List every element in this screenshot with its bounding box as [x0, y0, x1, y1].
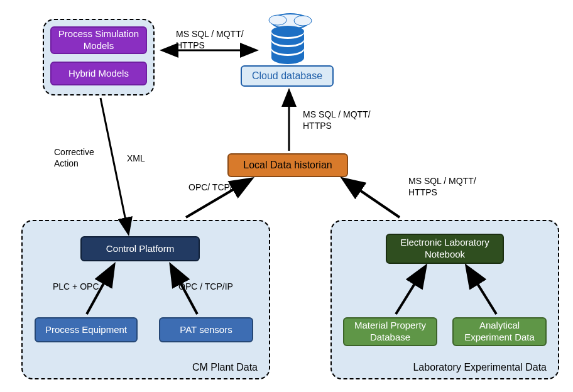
process-simulation-models-node: Process Simulation Models	[50, 26, 147, 54]
eln-node: Electronic Laboratory Notebook	[386, 234, 504, 264]
local-data-historian-label: Local Data historian	[243, 159, 332, 172]
cloud-database-node: Cloud database	[241, 65, 334, 87]
edge-label-cm-to-historian: OPC/ TCP/IP	[188, 182, 241, 193]
edge-label-historian-to-cloud: MS SQL / MQTT/ HTTPS	[303, 109, 372, 131]
svg-point-1	[269, 15, 286, 25]
edge-label-pat-to-control: OPC / TCP/IP	[178, 281, 233, 293]
local-data-historian-node: Local Data historian	[227, 153, 348, 177]
database-icon	[259, 10, 317, 64]
svg-point-2	[294, 16, 312, 26]
process-simulation-models-label: Process Simulation Models	[57, 28, 141, 52]
edge-label-xml: XML	[127, 153, 145, 165]
arrow-models-to-control	[101, 98, 128, 232]
control-platform-label: Control Platform	[106, 243, 174, 255]
process-equipment-label: Process Equipment	[45, 324, 127, 336]
pat-sensors-node: PAT sensors	[159, 317, 253, 342]
cm-plant-group-label: CM Plant Data	[192, 362, 258, 373]
edge-label-models-to-cloud: MS SQL / MQTT/ HTTPS	[176, 29, 245, 51]
arrow-lab-to-historian	[344, 180, 400, 217]
process-equipment-node: Process Equipment	[35, 317, 138, 342]
pat-sensors-label: PAT sensors	[180, 324, 232, 336]
edge-label-corrective-action: Corrective Action	[54, 147, 104, 169]
control-platform-node: Control Platform	[80, 236, 200, 261]
material-db-label: Material Property Database	[349, 320, 431, 344]
analytical-data-node: Analytical Experiment Data	[452, 317, 547, 346]
material-db-node: Material Property Database	[343, 317, 437, 346]
edge-label-lab-to-historian: MS SQL / MQTT/ HTTPS	[408, 176, 478, 198]
svg-point-11	[271, 26, 304, 37]
cloud-database-label: Cloud database	[252, 70, 322, 82]
hybrid-models-node: Hybrid Models	[50, 62, 147, 85]
hybrid-models-label: Hybrid Models	[68, 68, 129, 80]
analytical-data-label: Analytical Experiment Data	[459, 320, 540, 344]
edge-label-equip-to-control: PLC + OPC	[53, 281, 99, 293]
eln-label: Electronic Laboratory Notebook	[392, 237, 498, 261]
lab-data-group-label: Laboratory Experimental Data	[413, 362, 547, 373]
